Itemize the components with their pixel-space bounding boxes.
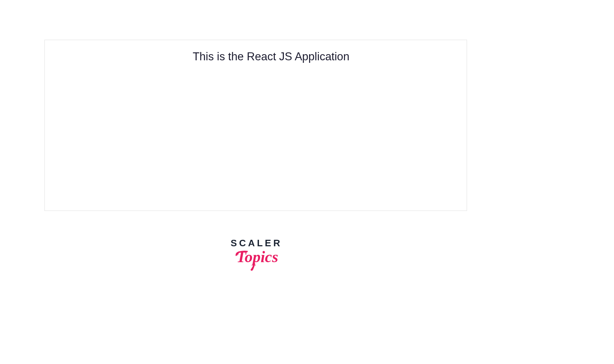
app-preview-box: This is the React JS Application — [44, 40, 467, 211]
app-heading: This is the React JS Application — [45, 50, 467, 63]
svg-text:Topics: Topics — [237, 248, 278, 266]
scaler-topics-logo: SCALER Topics — [231, 238, 282, 274]
logo-text-topics: Topics — [231, 246, 282, 274]
